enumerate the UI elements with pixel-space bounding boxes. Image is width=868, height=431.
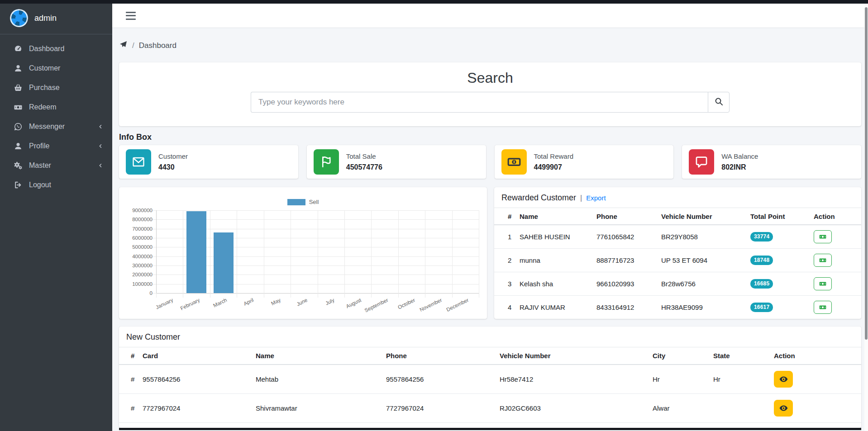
new-customer-col-header: City (653, 347, 713, 365)
search-panel: Search (119, 62, 861, 126)
rewarded-customer-card: Rewarded Customer | Export #NamePhoneVeh… (494, 187, 861, 319)
new-customer-cell: RJ02GC6603 (500, 394, 653, 423)
redeem-money-button[interactable] (814, 277, 832, 290)
rewarded-col-header: Total Point (750, 208, 814, 225)
new-customer-cell: Up (653, 423, 713, 428)
info-card-value: 4499907 (534, 163, 574, 171)
search-group (251, 92, 730, 113)
chart-gridline (264, 210, 264, 293)
sidebar-item-messenger[interactable]: Messenger (0, 117, 112, 136)
info-card-customer: Customer4430 (119, 145, 298, 179)
export-link[interactable]: Export (586, 194, 606, 202)
hamburger-menu-icon[interactable] (126, 12, 136, 20)
rewarded-col-header: Action (814, 208, 861, 225)
rewarded-cell: 16617 (750, 296, 814, 319)
total-point-badge: 16617 (750, 303, 773, 312)
scrollbar-thumb[interactable] (865, 7, 868, 340)
info-card-value: 450574776 (346, 163, 382, 171)
view-customer-button[interactable] (774, 400, 793, 417)
new-customer-col-header: Card (143, 347, 256, 365)
money-bill-icon (14, 103, 23, 112)
sidebar-item-dashboard[interactable]: Dashboard (0, 39, 112, 58)
sidebar-item-label: Profile (29, 142, 49, 150)
rewarded-cell: Br28w6756 (661, 272, 750, 296)
new-customer-cell: 9557864256 (386, 365, 500, 394)
breadcrumb-separator: / (132, 41, 134, 50)
info-card-text: Total Sale450574776 (346, 152, 382, 171)
redeem-money-button[interactable] (814, 301, 832, 314)
rewarded-cell: UP 53 ET 6094 (661, 249, 750, 272)
search-button[interactable] (708, 92, 730, 113)
x-axis-tick (183, 293, 183, 298)
rewarded-cell: 33774 (750, 225, 814, 249)
new-customer-col-header: Vehicle Number (500, 347, 653, 365)
rewarded-card-header: Rewarded Customer | Export (494, 187, 861, 208)
brand[interactable]: admin (0, 0, 112, 34)
rewarded-table-row: 2munna8887716723UP 53 ET 609418748 (494, 249, 861, 272)
new-customer-col-header: Action (774, 347, 861, 365)
chart-gridline (452, 210, 453, 293)
rewarded-cell: Kelash sha (520, 272, 596, 296)
chart-gridline (398, 210, 399, 293)
rewarded-cell: 2 (494, 249, 520, 272)
new-customer-table-row: #7727967024Shivramawtar7727967024RJ02GC6… (119, 394, 861, 423)
info-cards-row: Customer4430Total Sale450574776Total Rew… (119, 145, 861, 179)
logout-icon (14, 180, 23, 189)
redeem-money-button[interactable] (814, 254, 832, 267)
rewarded-cell: 8433164912 (596, 296, 661, 319)
search-input[interactable] (251, 92, 708, 113)
info-card-total-sale: Total Sale450574776 (307, 145, 486, 179)
x-axis-label: December (446, 297, 470, 313)
new-customer-card: New Customer #CardNamePhoneVehicle Numbe… (119, 327, 861, 428)
rewarded-cell: 9661020993 (596, 272, 661, 296)
sidebar-item-label: Messenger (29, 123, 65, 131)
info-card-value: 802INR (721, 163, 758, 171)
chart-gridline (344, 210, 345, 293)
new-customer-card-header: New Customer (119, 327, 861, 347)
x-axis-tick (398, 293, 399, 298)
chart-legend: Sell (119, 199, 487, 205)
new-customer-col-header: Name (256, 347, 386, 365)
redeem-money-button[interactable] (814, 230, 832, 243)
sidebar-item-logout[interactable]: Logout (0, 175, 112, 194)
brand-name: admin (34, 14, 57, 23)
sidebar-item-profile[interactable]: Profile (0, 136, 112, 156)
info-card-label: WA Balance (721, 152, 758, 160)
sidebar-item-redeem[interactable]: Redeem (0, 97, 112, 117)
y-axis-label: 5000000 (119, 244, 153, 250)
info-card-wa-balance: WA Balance802INR (682, 145, 861, 179)
sell-chart-card: Sell 90000008000000700000060000005000000… (119, 187, 487, 319)
new-customer-col-header: Phone (386, 347, 500, 365)
sidebar-item-customer[interactable]: Customer (0, 58, 112, 78)
sidebar-item-master[interactable]: Master (0, 156, 112, 175)
info-card-label: Total Sale (346, 152, 382, 160)
view-customer-button[interactable] (774, 371, 793, 388)
x-axis-label: April (243, 297, 254, 307)
chevron-left-icon (98, 124, 103, 129)
y-axis-label: 6000000 (119, 235, 153, 241)
rewarded-action-cell (814, 249, 861, 272)
rewarded-cell: 4 (494, 296, 520, 319)
scrollbar-track[interactable] (864, 4, 868, 431)
total-point-badge: 18748 (750, 256, 773, 265)
chart-gridline (237, 210, 237, 293)
chevron-left-icon (98, 163, 103, 168)
x-axis-label: June (296, 297, 308, 307)
new-customer-action-cell (774, 423, 861, 428)
rewarded-action-cell (814, 296, 861, 319)
sidebar-item-label: Purchase (29, 84, 60, 92)
brand-logo-icon (10, 9, 28, 27)
new-customer-cell: # (119, 394, 143, 423)
chevron-left-icon (98, 143, 103, 149)
info-card-label: Customer (158, 152, 188, 160)
rewarded-cell: munna (520, 249, 596, 272)
user-icon (14, 142, 23, 151)
rewarded-table-row: 1SAHEB HUSEIN7761065842BR29Y805833774 (494, 225, 861, 249)
new-customer-cell: 7727967024 (143, 394, 256, 423)
new-customer-cell: Hr (713, 365, 774, 394)
rewarded-cell: 16685 (750, 272, 814, 296)
top-navbar (112, 4, 868, 28)
gears-icon (14, 161, 23, 170)
info-card-value: 4430 (158, 163, 188, 171)
sidebar-item-purchase[interactable]: Purchase (0, 78, 112, 97)
